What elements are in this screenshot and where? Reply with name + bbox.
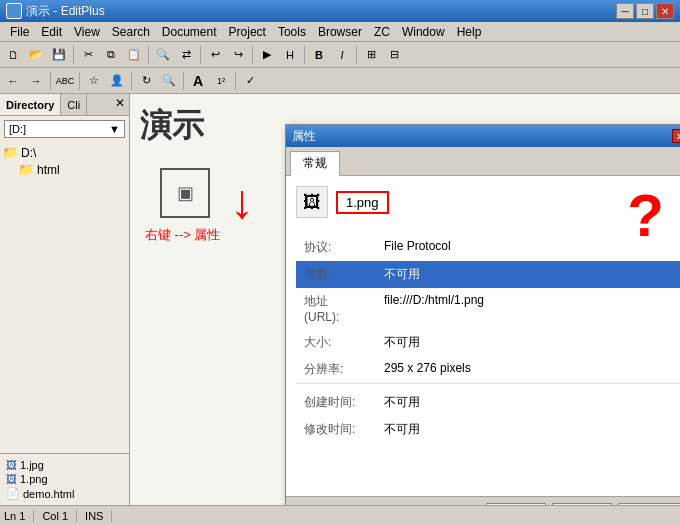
type-value: 不可用 — [376, 261, 680, 288]
titlebar: 演示 - EditPlus ─ □ ✕ — [0, 0, 680, 22]
size-value: 不可用 — [376, 329, 680, 356]
menu-edit[interactable]: Edit — [35, 24, 68, 40]
editplus-icon — [6, 3, 22, 19]
check-button[interactable]: ✓ — [239, 70, 261, 92]
A-button[interactable]: A — [187, 70, 209, 92]
status-col: Col 1 — [42, 510, 77, 522]
file-label-png: 1.png — [20, 473, 48, 485]
menu-help[interactable]: Help — [451, 24, 488, 40]
window-controls: ─ □ ✕ — [616, 3, 674, 19]
redo-button[interactable]: ↪ — [227, 44, 249, 66]
tab-general[interactable]: 常规 — [290, 151, 340, 176]
dialog-tabs: 常规 — [286, 147, 680, 176]
file-item-png[interactable]: 🖼 1.png — [4, 472, 125, 486]
apply-button[interactable]: 应用(A) — [618, 503, 680, 505]
menu-document[interactable]: Document — [156, 24, 223, 40]
file-thumbnail: 🖼 — [296, 186, 328, 218]
menu-zc[interactable]: ZC — [368, 24, 396, 40]
paste-button[interactable]: 📋 — [123, 44, 145, 66]
back-button[interactable]: ← — [2, 70, 24, 92]
sep9 — [131, 72, 132, 90]
view2-button[interactable]: ⊟ — [383, 44, 405, 66]
main-area: Directory Cli ✕ [D:] ▼ 📁 D:\ 📁 html 🖼 — [0, 94, 680, 505]
file-icon-html: 📄 — [6, 487, 20, 500]
star-button[interactable]: ☆ — [83, 70, 105, 92]
sep10 — [183, 72, 184, 90]
menu-view[interactable]: View — [68, 24, 106, 40]
prop-row-modified: 修改时间: 不可用 — [296, 416, 680, 443]
replace-button[interactable]: ⇄ — [175, 44, 197, 66]
copy-button[interactable]: ⧉ — [100, 44, 122, 66]
sidebar-close-button[interactable]: ✕ — [111, 94, 129, 115]
sep8 — [79, 72, 80, 90]
refresh-button[interactable]: ↻ — [135, 70, 157, 92]
filename-label: 1.png — [346, 195, 379, 210]
b-button[interactable]: B — [308, 44, 330, 66]
menu-browser[interactable]: Browser — [312, 24, 368, 40]
prop-row-protocol: 协议: File Protocol — [296, 234, 680, 261]
file-icon-png: 🖼 — [6, 473, 17, 485]
dialog-title-label: 属性 — [292, 128, 672, 145]
menu-file[interactable]: File — [4, 24, 35, 40]
tab-directory[interactable]: Directory — [0, 94, 61, 115]
find-button[interactable]: 🔍 — [152, 44, 174, 66]
prop-row-type: 类型: 不可用 — [296, 261, 680, 288]
menu-project[interactable]: Project — [223, 24, 272, 40]
save-button[interactable]: 💾 — [48, 44, 70, 66]
file-label-html: demo.html — [23, 488, 74, 500]
sidebar-tabs: Directory Cli ✕ — [0, 94, 129, 116]
filename-box: 1.png — [336, 191, 389, 214]
cut-button[interactable]: ✂ — [77, 44, 99, 66]
dialog-overlay: 属性 ✕ 常规 🖼 1.png — [130, 94, 680, 505]
dialog-close-button[interactable]: ✕ — [672, 129, 680, 143]
dir-dropdown[interactable]: [D:] ▼ — [4, 120, 125, 138]
cancel-button[interactable]: 取消 — [552, 503, 612, 505]
menu-tools[interactable]: Tools — [272, 24, 312, 40]
tree-item-root[interactable]: 📁 D:\ — [2, 144, 127, 161]
folder-icon-html: 📁 — [18, 162, 34, 177]
content-area: 演示 ▣ ↓ 右键 --> 属性 属性 ✕ 常规 — [130, 94, 680, 505]
file-item-jpg[interactable]: 🖼 1.jpg — [4, 458, 125, 472]
undo-button[interactable]: ↩ — [204, 44, 226, 66]
close-button[interactable]: ✕ — [656, 3, 674, 19]
tree-indent: 📁 html — [2, 161, 127, 178]
menu-search[interactable]: Search — [106, 24, 156, 40]
statusbar: Ln 1 Col 1 INS — [0, 505, 680, 525]
zoom-button[interactable]: 🔍 — [158, 70, 180, 92]
minimize-button[interactable]: ─ — [616, 3, 634, 19]
properties-table: 协议: File Protocol 类型: 不可用 地址 (URL): file… — [296, 234, 680, 443]
new-button[interactable]: 🗋 — [2, 44, 24, 66]
dialog-footer: 确定 取消 应用(A) — [286, 496, 680, 505]
sep2 — [148, 46, 149, 64]
sep11 — [235, 72, 236, 90]
dir-tree: 📁 D:\ 📁 html — [0, 142, 129, 453]
tree-item-html[interactable]: 📁 html — [18, 161, 127, 178]
num-button[interactable]: 1² — [210, 70, 232, 92]
tab-cli[interactable]: Cli — [61, 94, 87, 115]
view1-button[interactable]: ⊞ — [360, 44, 382, 66]
maximize-button[interactable]: □ — [636, 3, 654, 19]
sep5 — [304, 46, 305, 64]
dialog-content: 🖼 1.png ? 协议: File Protocol — [286, 176, 680, 496]
open-button[interactable]: 📂 — [25, 44, 47, 66]
sidebar: Directory Cli ✕ [D:] ▼ 📁 D:\ 📁 html 🖼 — [0, 94, 130, 505]
dropdown-arrow-icon: ▼ — [109, 123, 120, 135]
run-button[interactable]: ▶ — [256, 44, 278, 66]
file-icon-jpg: 🖼 — [6, 459, 17, 471]
image-icon: 🖼 — [303, 192, 321, 213]
abc-button[interactable]: ABC — [54, 70, 76, 92]
menu-window[interactable]: Window — [396, 24, 451, 40]
sep3 — [200, 46, 201, 64]
html-button[interactable]: H — [279, 44, 301, 66]
dialog-body: 常规 🖼 1.png ? — [286, 147, 680, 505]
properties-dialog: 属性 ✕ 常规 🖼 1.png — [285, 124, 680, 505]
forward-button[interactable]: → — [25, 70, 47, 92]
file-item-html[interactable]: 📄 demo.html — [4, 486, 125, 501]
prop-row-url: 地址 (URL): file:///D:/html/1.png — [296, 288, 680, 329]
i-button[interactable]: I — [331, 44, 353, 66]
user-button[interactable]: 👤 — [106, 70, 128, 92]
sep6 — [356, 46, 357, 64]
file-header: 🖼 1.png — [296, 186, 680, 218]
ok-button[interactable]: 确定 — [486, 503, 546, 505]
protocol-label: 协议: — [296, 234, 376, 261]
